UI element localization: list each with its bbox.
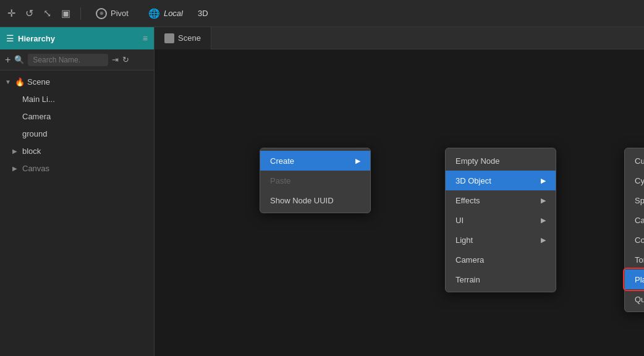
tree-item-canvas[interactable]: ▶ Canvas bbox=[0, 159, 154, 177]
ctx-cube-label: Cube bbox=[635, 156, 644, 166]
ctx-ui-arrow: ▶ bbox=[541, 216, 546, 224]
local-button[interactable]: 🌐 Local bbox=[143, 6, 188, 22]
ctx-create-label: Create bbox=[270, 156, 294, 166]
rotate-icon[interactable]: ↺ bbox=[25, 7, 33, 19]
ctx-plane-label: Plane bbox=[635, 275, 644, 284]
tree-item-scene[interactable]: ▼ 🔥 Scene bbox=[0, 73, 154, 90]
tree-label-mainli: Main Li... bbox=[22, 95, 55, 104]
main-layout: ☰ Hierarchy ≡ + 🔍 ⇥ ↻ ▼ 🔥 Scene Main Li.… bbox=[0, 27, 644, 356]
ctx-create[interactable]: Create ▶ bbox=[260, 151, 370, 171]
ctx-effects[interactable]: Effects ▶ bbox=[446, 190, 556, 210]
local-label: Local bbox=[164, 9, 183, 18]
hierarchy-menu-icon[interactable]: ≡ bbox=[143, 33, 148, 43]
ctx-3d-label: 3D Object bbox=[455, 176, 491, 185]
ctx-terrain[interactable]: Terrain bbox=[446, 269, 556, 289]
ctx-paste-label: Paste bbox=[270, 176, 290, 185]
ctx-torus[interactable]: Torus bbox=[625, 250, 644, 269]
tree-label-camera: Camera bbox=[22, 112, 51, 121]
ctx-create-arrow: ▶ bbox=[355, 157, 360, 165]
hierarchy-tab-icon: ☰ bbox=[6, 33, 14, 43]
ctx-3d-arrow: ▶ bbox=[541, 177, 546, 185]
ctx-3d-object[interactable]: 3D Object ▶ bbox=[446, 171, 556, 190]
ctx-torus-label: Torus bbox=[635, 255, 644, 265]
tree-arrow-canvas: ▶ bbox=[12, 165, 20, 172]
search-icon: 🔍 bbox=[14, 55, 24, 64]
ctx-cone-label: Cone bbox=[635, 235, 644, 245]
search-input[interactable] bbox=[28, 54, 108, 66]
ctx-cylinder[interactable]: Cylinder bbox=[625, 171, 644, 190]
tree-label-block: block bbox=[22, 146, 41, 156]
ctx-ui-label: UI bbox=[455, 216, 464, 225]
ctx-terrain-label: Terrain bbox=[455, 275, 480, 284]
globe-icon: 🌐 bbox=[148, 8, 160, 19]
ctx-light-arrow: ▶ bbox=[541, 236, 546, 244]
scene-icon: 🔥 bbox=[15, 77, 25, 87]
refresh-icon[interactable]: ↻ bbox=[122, 55, 129, 64]
tree-arrow-scene: ▼ bbox=[5, 78, 12, 85]
hierarchy-panel: ☰ Hierarchy ≡ + 🔍 ⇥ ↻ ▼ 🔥 Scene Main Li.… bbox=[0, 27, 155, 356]
ctx-effects-arrow: ▶ bbox=[541, 197, 546, 205]
3d-label: 3D bbox=[198, 9, 208, 18]
ctx-cylinder-label: Cylinder bbox=[635, 176, 644, 185]
tree-label-canvas: Canvas bbox=[22, 164, 49, 173]
ctx-show-uuid[interactable]: Show Node UUID bbox=[260, 190, 370, 210]
pivot-label: Pivot bbox=[111, 9, 129, 18]
ctx-camera-label: Camera bbox=[455, 255, 484, 265]
ctx-light[interactable]: Light ▶ bbox=[446, 230, 556, 250]
pivot-button[interactable]: ⊕ Pivot bbox=[91, 6, 133, 22]
ctx-light-label: Light bbox=[455, 235, 473, 245]
tree-label-ground: ground bbox=[22, 129, 47, 138]
hierarchy-title: Hierarchy bbox=[18, 34, 139, 43]
ctx-ui[interactable]: UI ▶ bbox=[446, 210, 556, 230]
move-icon[interactable]: ✛ bbox=[7, 7, 15, 19]
ctx-capsule[interactable]: Capsule bbox=[625, 210, 644, 230]
ctx-uuid-label: Show Node UUID bbox=[270, 196, 334, 205]
scene-tab-label: Scene bbox=[178, 33, 201, 43]
context-menu-l1: Create ▶ Paste Show Node UUID bbox=[260, 148, 371, 213]
context-menu-l3: Cube Cylinder Sphere Capsule Cone Torus … bbox=[624, 148, 644, 312]
ctx-quad[interactable]: Quad bbox=[625, 289, 644, 309]
ctx-sphere-label: Sphere bbox=[635, 196, 644, 205]
ctx-camera[interactable]: Camera bbox=[446, 250, 556, 269]
tree-item-block[interactable]: ▶ block bbox=[0, 142, 154, 159]
hierarchy-tab[interactable]: ☰ Hierarchy ≡ bbox=[0, 27, 154, 49]
ctx-capsule-label: Capsule bbox=[635, 216, 644, 225]
search-bar: + 🔍 ⇥ ↻ bbox=[0, 49, 154, 70]
ctx-empty-label: Empty Node bbox=[455, 156, 500, 166]
tree-item-camera[interactable]: Camera bbox=[0, 108, 154, 125]
scale-icon[interactable]: ⤡ bbox=[43, 7, 51, 19]
tree-list: ▼ 🔥 Scene Main Li... Camera ground ▶ blo… bbox=[0, 70, 154, 356]
ctx-sphere[interactable]: Sphere bbox=[625, 190, 644, 210]
scene-area: Scene Create ▶ Paste Show Node UUID Empt… bbox=[155, 27, 644, 356]
ctx-cone[interactable]: Cone bbox=[625, 230, 644, 250]
scene-tab-icon bbox=[164, 33, 174, 43]
ctx-paste: Paste bbox=[260, 171, 370, 190]
filter-icon[interactable]: ⇥ bbox=[112, 55, 119, 64]
scene-tab[interactable]: Scene bbox=[155, 27, 211, 49]
ctx-effects-label: Effects bbox=[455, 196, 480, 205]
ctx-empty-node[interactable]: Empty Node bbox=[446, 151, 556, 171]
toolbar-separator bbox=[80, 7, 81, 20]
pivot-icon: ⊕ bbox=[96, 8, 107, 19]
scene-tab-bar: Scene bbox=[155, 27, 644, 49]
context-menu-l2: Empty Node 3D Object ▶ Effects ▶ UI ▶ Li… bbox=[445, 148, 556, 292]
add-node-icon[interactable]: + bbox=[5, 54, 11, 66]
ctx-cube[interactable]: Cube bbox=[625, 151, 644, 171]
ctx-quad-label: Quad bbox=[635, 295, 644, 304]
rect-icon[interactable]: ▣ bbox=[61, 7, 70, 19]
scene-label: Scene bbox=[27, 77, 50, 87]
toolbar: ✛ ↺ ⤡ ▣ ⊕ Pivot 🌐 Local 3D bbox=[0, 0, 644, 27]
tree-item-ground[interactable]: ground bbox=[0, 125, 154, 142]
tree-arrow-block: ▶ bbox=[12, 148, 20, 155]
tree-item-mainli[interactable]: Main Li... bbox=[0, 90, 154, 108]
ctx-plane[interactable]: Plane bbox=[625, 269, 644, 289]
